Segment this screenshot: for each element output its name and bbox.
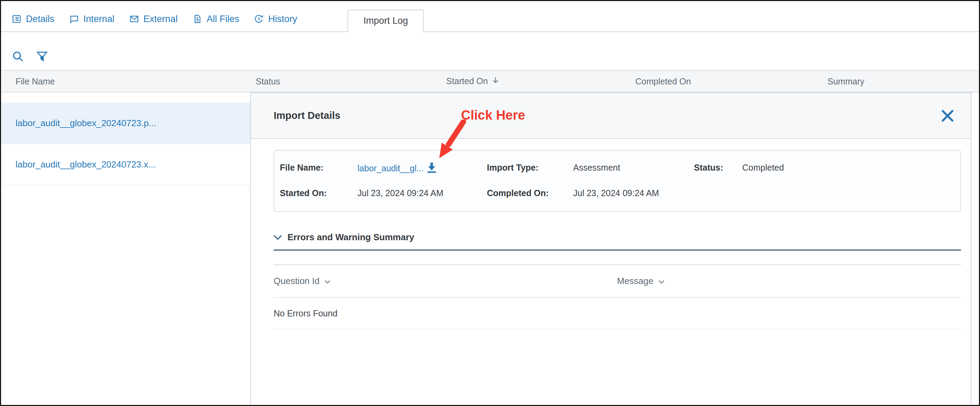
tab-label: Import Log xyxy=(363,16,408,26)
completed-on-label: Completed On: xyxy=(487,188,573,198)
comment-icon xyxy=(69,14,80,24)
file-name-label: File Name: xyxy=(280,163,358,173)
column-header-summary[interactable]: Summary xyxy=(827,76,864,86)
column-header-message[interactable]: Message xyxy=(617,276,665,286)
tab-label: History xyxy=(268,14,297,24)
column-header-question-id[interactable]: Question Id xyxy=(274,276,617,286)
column-header-file-name[interactable]: File Name xyxy=(16,76,55,86)
column-header-completed-on[interactable]: Completed On xyxy=(635,76,691,86)
download-icon[interactable] xyxy=(426,162,438,173)
card-row-2: Started On: Jul 23, 2024 09:24 AM Comple… xyxy=(280,184,960,201)
file-link[interactable]: labor_audit__globex_20240723.x... xyxy=(16,159,156,170)
chevron-down-icon xyxy=(659,276,665,286)
file-table-header: File Name Status Started On Completed On… xyxy=(1,70,979,92)
errors-summary-title: Errors and Warning Summary xyxy=(288,232,414,243)
tab-label: External xyxy=(143,14,178,24)
annotation-arrow-icon xyxy=(431,120,469,162)
search-icon[interactable] xyxy=(11,50,24,63)
card-row-1: File Name: labor_audit__gl... xyxy=(280,159,960,176)
errors-summary-toggle[interactable]: Errors and Warning Summary xyxy=(274,232,961,251)
file-row[interactable]: labor_audit__globex_20240723.x... xyxy=(1,144,250,186)
click-here-annotation: Click Here xyxy=(461,108,525,123)
chevron-down-icon xyxy=(325,276,331,286)
tab-bar: Details Internal External xyxy=(1,6,979,32)
completed-on-value: Jul 23, 2024 09:24 AM xyxy=(573,188,694,198)
details-icon xyxy=(11,14,22,24)
sort-descending-icon xyxy=(492,76,500,87)
chevron-down-icon xyxy=(274,232,282,243)
tab-history[interactable]: History xyxy=(254,6,297,32)
panel-title: Import Details xyxy=(274,110,340,121)
tab-details[interactable]: Details xyxy=(11,6,54,32)
file-row-selected[interactable]: labor_audit__globex_20240723.p... xyxy=(1,103,250,144)
status-value: Completed xyxy=(742,163,784,173)
tab-internal[interactable]: Internal xyxy=(69,6,115,32)
history-icon xyxy=(254,14,264,24)
errors-table-header: Question Id Message xyxy=(274,265,961,298)
close-icon[interactable] xyxy=(940,109,955,123)
screenshot-frame: Details Internal External xyxy=(0,0,980,406)
panel-body: File Name: labor_audit__gl... xyxy=(251,150,971,330)
file-icon xyxy=(192,14,202,24)
column-header-status[interactable]: Status xyxy=(256,76,280,86)
import-type-label: Import Type: xyxy=(487,163,573,173)
file-link[interactable]: labor_audit__globex_20240723.p... xyxy=(16,118,156,128)
tab-label: Internal xyxy=(84,14,115,24)
import-summary-card: File Name: labor_audit__gl... xyxy=(274,150,961,212)
import-type-value: Assessment xyxy=(573,163,694,173)
tab-all-files[interactable]: All Files xyxy=(192,6,239,32)
import-file-list: labor_audit__globex_20240723.p... labor_… xyxy=(1,92,250,186)
tab-label: All Files xyxy=(207,14,239,24)
tab-import-log[interactable]: Import Log xyxy=(347,10,424,32)
tab-external[interactable]: External xyxy=(129,6,178,32)
download-file-link[interactable]: labor_audit__gl... xyxy=(358,162,438,173)
started-on-value: Jul 23, 2024 09:24 AM xyxy=(358,188,487,198)
import-details-panel: Import Details File Name: labor_audit__g… xyxy=(250,92,971,405)
column-header-started-on[interactable]: Started On xyxy=(446,76,500,87)
panel-header: Import Details xyxy=(251,93,971,139)
tab-label: Details xyxy=(26,14,54,24)
envelope-icon xyxy=(129,14,139,24)
no-errors-message: No Errors Found xyxy=(274,298,961,330)
filter-icon[interactable] xyxy=(35,50,49,63)
file-name-value: labor_audit__gl... xyxy=(358,162,487,173)
started-on-label: Started On: xyxy=(280,188,358,198)
list-toolbar xyxy=(11,50,49,63)
status-label: Status: xyxy=(694,163,742,173)
